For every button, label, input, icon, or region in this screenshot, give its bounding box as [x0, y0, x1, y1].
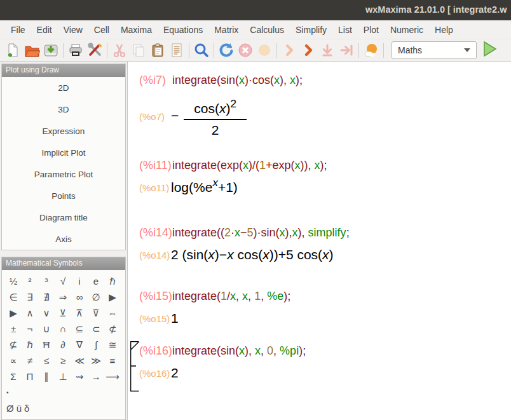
math-symbol[interactable]: → — [88, 371, 104, 382]
cut-icon[interactable] — [110, 41, 129, 60]
menu-equations[interactable]: Equations — [158, 25, 208, 35]
interrupt-icon[interactable] — [236, 41, 255, 60]
math-symbol[interactable]: Ø — [5, 403, 15, 414]
math-symbol[interactable]: ▶ — [104, 292, 121, 303]
plot-using-draw-header[interactable]: Plot using Draw — [2, 64, 125, 77]
math-symbol[interactable]: i — [71, 276, 88, 287]
math-symbol[interactable]: ∅ — [88, 292, 104, 303]
math-symbol[interactable]: ⊼ — [71, 308, 88, 319]
menu-cell[interactable]: Cell — [88, 25, 115, 35]
menu-numeric[interactable]: Numeric — [385, 25, 429, 35]
select-text-icon[interactable] — [167, 41, 186, 60]
math-symbol[interactable]: ⊽ — [88, 308, 104, 319]
menu-calculus[interactable]: Calculus — [244, 25, 290, 35]
math-symbol[interactable]: Σ — [5, 371, 22, 382]
math-symbol[interactable]: ▶ — [5, 308, 22, 319]
math-symbol[interactable]: ∥ — [38, 371, 55, 383]
new-document-icon[interactable] — [3, 41, 22, 60]
math-symbol[interactable]: ü — [15, 403, 23, 414]
evaluate-all-icon[interactable] — [299, 41, 318, 60]
math-symbol[interactable]: ⇒ — [55, 292, 71, 303]
input-code[interactable]: integrate(1/x, x, 1, %e); — [172, 290, 290, 302]
save-icon[interactable] — [41, 41, 60, 60]
draw-button-implicit-plot[interactable]: Implicit Plot — [2, 142, 125, 163]
cell-bracket[interactable] — [130, 341, 140, 392]
math-symbol[interactable]: ⇔ — [104, 308, 121, 318]
draw-button-points[interactable]: Points — [2, 185, 125, 207]
math-symbol[interactable]: ⇝ — [71, 371, 88, 383]
math-symbol[interactable]: ≥ — [55, 355, 71, 366]
math-symbol[interactable]: Π — [22, 371, 38, 382]
draw-button-diagram-title[interactable]: Diagram title — [2, 207, 125, 228]
input-line[interactable]: (%i14)integrate((2·x−5)·sin(x),x), simpl… — [139, 224, 511, 241]
menu-maxima[interactable]: Maxima — [115, 25, 158, 35]
evaluate-cell-icon[interactable] — [280, 41, 299, 60]
menu-matrix[interactable]: Matrix — [208, 25, 244, 35]
draw-button-2d[interactable]: 2D — [2, 77, 125, 98]
maths-combobox[interactable]: Maths — [392, 41, 477, 59]
sun-cloud-icon[interactable] — [362, 41, 381, 60]
draw-button-parametric-plot[interactable]: Parametric Plot — [2, 163, 125, 185]
math-symbol[interactable]: ∩ — [55, 323, 71, 334]
math-symbol[interactable]: ⊻ — [55, 308, 71, 319]
math-symbol[interactable]: δ — [23, 403, 31, 414]
math-symbol[interactable]: ∫ — [88, 339, 104, 350]
math-symbol[interactable]: ∪ — [38, 323, 55, 335]
math-symbol[interactable]: ⊆ — [71, 323, 88, 335]
input-line[interactable]: (%i11)integrate(exp(x)/(1+exp(x)), x); — [139, 157, 511, 173]
menu-edit[interactable]: Edit — [31, 25, 58, 35]
math-symbol[interactable]: Ħ — [38, 339, 55, 350]
math-symbol[interactable]: ∈ — [5, 292, 22, 303]
find-icon[interactable] — [192, 41, 211, 60]
math-symbol[interactable]: ℏ — [104, 276, 121, 287]
math-symbol[interactable]: √ — [55, 276, 71, 287]
evaluate-rest-icon[interactable] — [337, 41, 356, 60]
preferences-icon[interactable] — [85, 41, 104, 60]
math-symbol[interactable]: ≠ — [22, 355, 38, 366]
input-line[interactable]: (%i15)integrate(1/x, x, 1, %e); — [139, 288, 511, 304]
menu-help[interactable]: Help — [429, 25, 459, 35]
math-symbol[interactable]: ³ — [38, 276, 55, 287]
worksheet[interactable]: (%i7)integrate(sin(x)·cos(x), x);(%o7)−c… — [127, 62, 511, 420]
math-symbol[interactable]: ℏ — [22, 339, 38, 351]
math-symbol[interactable]: ▪ — [5, 389, 10, 396]
mathematical-symbols-header[interactable]: Mathematical Symbols — [2, 257, 125, 270]
draw-button-expression[interactable]: Expression — [2, 120, 125, 142]
input-line[interactable]: (%i7)integrate(sin(x)·cos(x), x); — [139, 72, 511, 88]
math-symbol[interactable]: ∃ — [22, 292, 38, 303]
copy-icon[interactable] — [129, 41, 148, 60]
input-code[interactable]: integrate(exp(x)/(1+exp(x)), x); — [172, 159, 327, 172]
math-symbol[interactable]: ½ — [5, 276, 22, 287]
draw-button-3d[interactable]: 3D — [2, 98, 125, 120]
menu-plot[interactable]: Plot — [358, 25, 385, 35]
input-code[interactable]: integrate(sin(x)·cos(x), x); — [172, 74, 303, 86]
follow-icon[interactable] — [255, 41, 274, 60]
math-symbol[interactable]: ² — [22, 276, 38, 287]
math-symbol[interactable]: ± — [5, 323, 22, 334]
open-file-icon[interactable] — [22, 41, 41, 60]
math-symbol[interactable]: e — [88, 276, 104, 287]
play-icon[interactable] — [483, 41, 497, 60]
menu-simplify[interactable]: Simplify — [290, 25, 332, 35]
input-line[interactable]: (%i16)integrate(sin(x), x, 0, %pi); — [139, 342, 511, 359]
input-code[interactable]: integrate((2·x−5)·sin(x),x), simplify; — [172, 226, 350, 239]
restart-icon[interactable] — [217, 41, 236, 60]
print-icon[interactable] — [66, 41, 85, 60]
math-symbol[interactable]: ≅ — [104, 339, 121, 351]
menu-view[interactable]: View — [58, 25, 88, 35]
math-symbol[interactable]: ∞ — [71, 292, 88, 302]
math-symbol[interactable]: ∝ — [5, 355, 22, 367]
math-symbol[interactable]: ∨ — [38, 308, 55, 319]
math-symbol[interactable]: ⟶ — [104, 371, 121, 383]
input-code[interactable]: integrate(sin(x), x, 0, %pi); — [172, 344, 306, 357]
math-symbol[interactable]: ¬ — [22, 323, 38, 334]
math-symbol[interactable]: ⊥ — [55, 371, 71, 383]
math-symbol[interactable]: ⊄ — [104, 323, 121, 335]
math-symbol[interactable]: ≤ — [38, 355, 55, 366]
draw-button-axis[interactable]: Axis — [2, 228, 125, 250]
math-symbol[interactable]: ≪ — [71, 355, 88, 367]
math-symbol[interactable]: ∂ — [55, 339, 71, 350]
math-symbol[interactable]: ≡ — [104, 355, 121, 366]
math-symbol[interactable]: ∇ — [71, 339, 88, 351]
math-symbol[interactable]: ∧ — [22, 308, 38, 319]
